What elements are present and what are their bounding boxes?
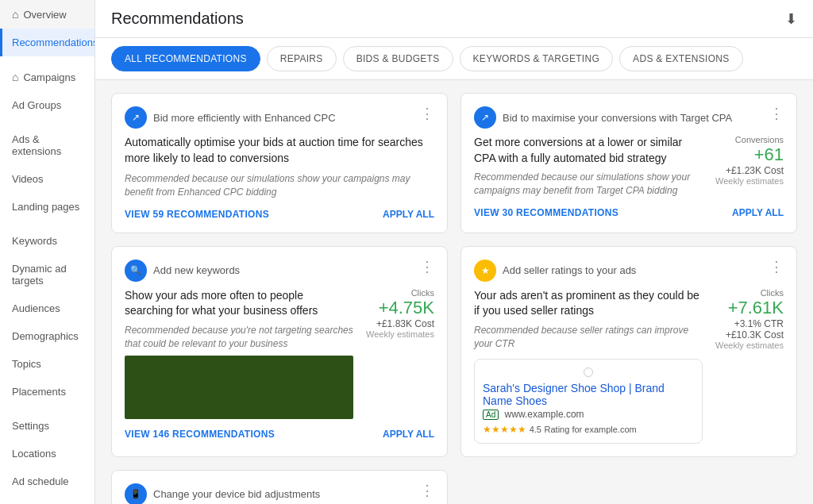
- stat-value: +61: [712, 144, 784, 165]
- stat-cost: +£1.23K Cost: [712, 165, 784, 176]
- ad-badge: Ad: [483, 410, 499, 420]
- card-menu-dots[interactable]: ⋮: [420, 260, 434, 274]
- sidebar-item-ad-schedule[interactable]: Ad schedule: [0, 467, 94, 495]
- stat-label: Clicks: [712, 288, 784, 298]
- sidebar-item-topics[interactable]: Topics: [0, 350, 94, 378]
- card-actions: VIEW 59 RECOMMENDATIONS APPLY ALL: [125, 209, 434, 220]
- card-header: 🔍 Add new keywords ⋮: [125, 260, 434, 282]
- sidebar-item-overview[interactable]: ⌂ Overview: [0, 0, 94, 29]
- card-header: ↗ Bid more efficiently with Enhanced CPC…: [125, 106, 434, 129]
- card-body-split: Your ads aren't as prominent as they cou…: [474, 288, 784, 444]
- stat-weekly: Weekly estimates: [712, 176, 784, 186]
- card-icon-label: Bid to maximise your conversions with Ta…: [503, 112, 732, 124]
- seller-ratings-icon: ★: [474, 260, 496, 282]
- campaigns-icon: ⌂: [12, 71, 18, 83]
- card-enhanced-cpc: ↗ Bid more efficiently with Enhanced CPC…: [111, 93, 448, 233]
- sidebar-item-videos[interactable]: Videos: [0, 165, 94, 193]
- main-content: Recommendations ⬇ ALL RECOMMENDATIONS RE…: [95, 0, 813, 504]
- card-icon-label: Bid more efficiently with Enhanced CPC: [153, 112, 336, 124]
- stat-weekly: Weekly estimates: [712, 340, 784, 350]
- rating-text: Rating for example.com: [545, 425, 637, 434]
- sidebar-item-campaigns[interactable]: ⌂ Campaigns: [0, 63, 94, 91]
- card-header-left: 📱 Change your device bid adjustments: [125, 483, 320, 504]
- card-header: ↗ Bid to maximise your conversions with …: [474, 106, 784, 129]
- view-recommendations-link[interactable]: VIEW 146 RECOMMENDATIONS: [125, 429, 275, 440]
- card-title: Your ads aren't as prominent as they cou…: [474, 288, 703, 319]
- top-bar: Recommendations ⬇: [95, 0, 813, 38]
- apply-all-button[interactable]: APPLY ALL: [383, 209, 434, 220]
- card-description: Recommended because seller ratings can i…: [474, 324, 703, 351]
- card-header-left: ↗ Bid to maximise your conversions with …: [474, 106, 732, 129]
- filter-keywords-targeting[interactable]: KEYWORDS & TARGETING: [460, 46, 614, 71]
- card-description: Recommended because our simulations show…: [125, 172, 434, 199]
- card-seller-ratings: ★ Add seller ratings to your ads ⋮ Your …: [460, 246, 797, 457]
- sidebar-item-recommendations[interactable]: Recommendations: [0, 29, 94, 56]
- stat-weekly: Weekly estimates: [363, 329, 434, 339]
- sidebar-item-placements[interactable]: Placements: [0, 378, 94, 406]
- stat-label: Clicks: [363, 288, 434, 298]
- sidebar: ⌂ Overview Recommendations ⌂ Campaigns A…: [0, 0, 95, 504]
- sidebar-item-dynamic-ad-targets[interactable]: Dynamic ad targets: [0, 255, 94, 294]
- filter-ads-extensions[interactable]: ADS & EXTENSIONS: [619, 46, 743, 71]
- page-title: Recommendations: [111, 10, 244, 28]
- view-recommendations-link[interactable]: VIEW 59 RECOMMENDATIONS: [125, 209, 269, 220]
- stat-value: +7.61K: [712, 298, 784, 318]
- stat-block: Clicks +7.61K +3.1% CTR +£10.3K Cost Wee…: [712, 288, 784, 350]
- filter-bids-budgets[interactable]: BIDS & BUDGETS: [343, 46, 453, 71]
- sidebar-item-ads-extensions[interactable]: Ads & extensions: [0, 125, 94, 165]
- sidebar-item-audiences[interactable]: Audiences: [0, 294, 94, 322]
- add-keywords-icon: 🔍: [125, 260, 147, 282]
- filter-all[interactable]: ALL RECOMMENDATIONS: [111, 46, 260, 71]
- stat-cost: +£1.83K Cost: [363, 318, 434, 329]
- sidebar-item-locations[interactable]: Locations: [0, 440, 94, 467]
- preview-url-line: Ad www.example.com: [483, 409, 694, 420]
- device-bid-icon: 📱: [125, 483, 147, 504]
- rating-score: 4.5: [530, 425, 541, 434]
- card-icon-label: Add seller ratings to your ads: [503, 264, 636, 276]
- card-menu-dots[interactable]: ⋮: [420, 106, 434, 121]
- card-description: Recommended because our simulations show…: [474, 171, 703, 198]
- stat-ctr: +3.1% CTR: [712, 318, 784, 329]
- sidebar-item-demographics[interactable]: Demographics: [0, 322, 94, 350]
- star-rating-icon: ★★★★★: [483, 424, 526, 435]
- card-menu-dots[interactable]: ⋮: [769, 106, 784, 121]
- download-icon[interactable]: ⬇: [785, 10, 797, 28]
- card-target-cpa: ↗ Bid to maximise your conversions with …: [460, 93, 797, 233]
- card-description: Recommended because you're not targeting…: [125, 324, 353, 351]
- card-menu-dots[interactable]: ⋮: [769, 260, 784, 274]
- sidebar-item-settings[interactable]: Settings: [0, 412, 94, 440]
- bottom-cards-area: 📱 Change your device bid adjustments ⋮: [95, 470, 813, 504]
- home-icon: ⌂: [12, 8, 18, 21]
- keyword-image-placeholder: [125, 356, 353, 419]
- sidebar-item-ad-groups[interactable]: Ad Groups: [0, 91, 94, 119]
- apply-all-button[interactable]: APPLY ALL: [732, 207, 784, 218]
- card-header: ★ Add seller ratings to your ads ⋮: [474, 260, 784, 282]
- card-body-split: Show your ads more often to people searc…: [125, 288, 434, 419]
- card-header-left: ★ Add seller ratings to your ads: [474, 260, 636, 282]
- card-title: Automatically optimise your bids at auct…: [125, 135, 434, 166]
- card-body-left: Show your ads more often to people searc…: [125, 288, 353, 419]
- card-actions: VIEW 146 RECOMMENDATIONS APPLY ALL: [125, 429, 434, 440]
- filter-repairs[interactable]: REPAIRS: [267, 46, 337, 71]
- cards-area: ↗ Bid more efficiently with Enhanced CPC…: [95, 80, 813, 470]
- phone-circle-icon: [584, 367, 593, 377]
- sidebar-item-landing-pages[interactable]: Landing pages: [0, 193, 94, 221]
- sidebar-item-keywords[interactable]: Keywords: [0, 227, 94, 255]
- card-icon-label: Change your device bid adjustments: [153, 488, 320, 500]
- filter-bar: ALL RECOMMENDATIONS REPAIRS BIDS & BUDGE…: [95, 38, 813, 80]
- stat-label: Conversions: [712, 135, 784, 144]
- stat-value: +4.75K: [363, 298, 434, 318]
- card-header-left: 🔍 Add new keywords: [125, 260, 240, 282]
- apply-all-button[interactable]: APPLY ALL: [383, 429, 434, 440]
- card-title: Show your ads more often to people searc…: [125, 288, 353, 319]
- target-cpa-icon: ↗: [474, 106, 496, 129]
- card-menu-dots[interactable]: ⋮: [420, 483, 434, 498]
- card-header: 📱 Change your device bid adjustments ⋮: [125, 483, 434, 504]
- preview-rating: ★★★★★ 4.5 Rating for example.com: [483, 423, 694, 435]
- card-title: Get more conversions at a lower or simil…: [474, 135, 703, 166]
- sidebar-item-devices[interactable]: Devices: [0, 495, 94, 504]
- view-recommendations-link[interactable]: VIEW 30 RECOMMENDATIONS: [474, 207, 618, 218]
- enhanced-cpc-icon: ↗: [125, 106, 147, 129]
- ad-preview-box: Sarah's Designer Shoe Shop | Brand Name …: [474, 359, 703, 444]
- card-actions: VIEW 30 RECOMMENDATIONS APPLY ALL: [474, 207, 784, 218]
